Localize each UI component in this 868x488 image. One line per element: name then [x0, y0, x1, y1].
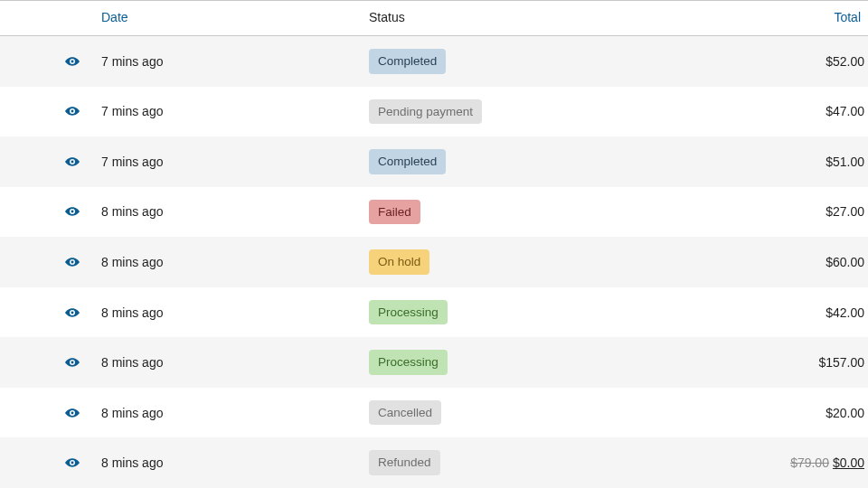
status-cell: Processing — [362, 337, 665, 388]
status-badge: Failed — [369, 200, 420, 225]
status-badge: Cancelled — [369, 400, 441, 426]
refunded-total: $0.00 — [833, 455, 864, 470]
svg-point-7 — [71, 411, 74, 414]
status-badge: Processing — [369, 350, 448, 375]
svg-point-1 — [71, 110, 74, 113]
date-cell: 8 mins ago — [94, 437, 362, 488]
total-cell: $27.00 — [665, 187, 868, 238]
eye-icon[interactable] — [65, 207, 80, 216]
status-cell: Completed — [362, 136, 665, 187]
col-total[interactable]: Total — [665, 1, 868, 36]
svg-point-0 — [71, 60, 74, 62]
svg-point-3 — [71, 211, 74, 213]
status-badge: Pending payment — [369, 99, 482, 125]
table-row[interactable]: 8 mins agoCancelled$20.00 — [0, 388, 868, 438]
table-header-row: Date Status Total — [0, 1, 868, 36]
eye-icon[interactable] — [65, 358, 80, 367]
date-cell: 7 mins ago — [94, 87, 362, 137]
preview-cell — [0, 287, 94, 338]
status-badge: Refunded — [369, 450, 440, 475]
eye-icon[interactable] — [65, 157, 80, 166]
svg-point-6 — [71, 361, 74, 364]
table-row[interactable]: 7 mins agoCompleted$52.00 — [0, 36, 868, 87]
col-date[interactable]: Date — [94, 1, 362, 36]
col-status: Status — [362, 1, 665, 36]
status-badge: Completed — [369, 149, 446, 174]
eye-icon[interactable] — [65, 408, 80, 418]
col-total-link[interactable]: Total — [834, 10, 861, 24]
total-cell: $157.00 — [665, 337, 868, 388]
date-cell: 7 mins ago — [94, 36, 362, 87]
date-cell: 7 mins ago — [94, 136, 362, 187]
total-cell: $52.00 — [665, 36, 868, 87]
status-badge: Processing — [369, 300, 448, 325]
status-cell: Refunded — [362, 437, 665, 488]
preview-cell — [0, 337, 94, 388]
preview-cell — [0, 388, 94, 438]
status-cell: Completed — [362, 36, 665, 87]
total-cell: $42.00 — [665, 287, 868, 338]
col-date-link[interactable]: Date — [101, 10, 128, 24]
eye-icon[interactable] — [65, 57, 80, 66]
preview-cell — [0, 36, 94, 87]
status-badge: Completed — [369, 49, 446, 74]
table-row[interactable]: 8 mins agoFailed$27.00 — [0, 187, 868, 238]
status-cell: Processing — [362, 287, 665, 338]
col-preview — [0, 1, 94, 36]
table-row[interactable]: 8 mins agoRefunded$79.00$0.00 — [0, 437, 868, 488]
status-badge: On hold — [369, 249, 429, 275]
svg-point-5 — [71, 311, 74, 314]
preview-cell — [0, 136, 94, 187]
total-cell: $79.00$0.00 — [665, 437, 868, 488]
table-row[interactable]: 7 mins agoCompleted$51.00 — [0, 136, 868, 187]
total-cell: $47.00 — [665, 87, 868, 137]
status-cell: Cancelled — [362, 388, 665, 438]
preview-cell — [0, 187, 94, 238]
total-cell: $20.00 — [665, 388, 868, 438]
eye-icon[interactable] — [65, 458, 80, 467]
table-row[interactable]: 8 mins agoOn hold$60.00 — [0, 237, 868, 287]
status-cell: On hold — [362, 237, 665, 287]
date-cell: 8 mins ago — [94, 187, 362, 238]
status-cell: Failed — [362, 187, 665, 238]
svg-point-4 — [71, 260, 74, 263]
orders-table: Date Status Total 7 mins agoCompleted$52… — [0, 0, 868, 488]
date-cell: 8 mins ago — [94, 287, 362, 338]
table-row[interactable]: 8 mins agoProcessing$42.00 — [0, 287, 868, 338]
eye-icon[interactable] — [65, 107, 80, 116]
original-total: $79.00 — [790, 455, 829, 470]
table-row[interactable]: 7 mins agoPending payment$47.00 — [0, 87, 868, 137]
total-cell: $51.00 — [665, 136, 868, 187]
eye-icon[interactable] — [65, 308, 80, 317]
date-cell: 8 mins ago — [94, 388, 362, 438]
eye-icon[interactable] — [65, 258, 80, 267]
date-cell: 8 mins ago — [94, 337, 362, 388]
preview-cell — [0, 87, 94, 137]
table-row[interactable]: 8 mins agoProcessing$157.00 — [0, 337, 868, 388]
total-cell: $60.00 — [665, 237, 868, 287]
date-cell: 8 mins ago — [94, 237, 362, 287]
svg-point-8 — [71, 462, 74, 465]
preview-cell — [0, 237, 94, 287]
status-cell: Pending payment — [362, 87, 665, 137]
svg-point-2 — [71, 160, 74, 163]
preview-cell — [0, 437, 94, 488]
